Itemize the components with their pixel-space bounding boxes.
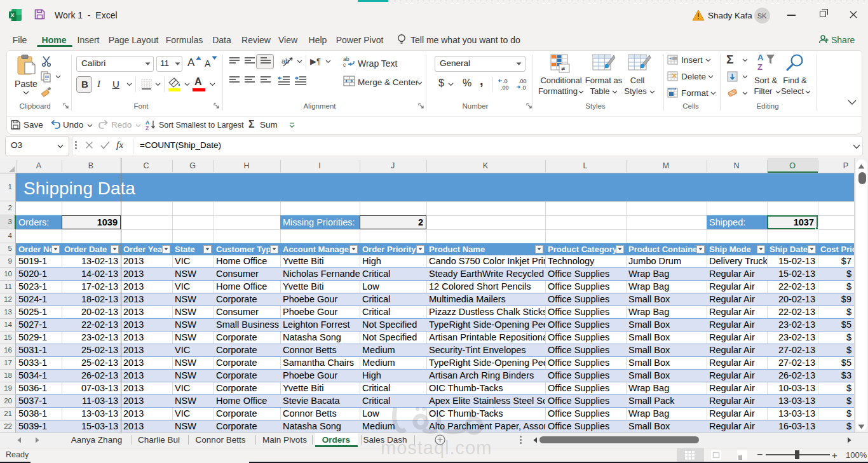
- svg-text:c: c: [343, 62, 346, 67]
- svg-text:≠: ≠: [561, 65, 565, 72]
- svg-text:.00: .00: [501, 84, 509, 90]
- svg-text:Z: Z: [757, 62, 763, 72]
- svg-text:ab: ab: [281, 57, 289, 65]
- svg-text:X: X: [10, 12, 14, 18]
- svg-text:Z: Z: [146, 125, 149, 131]
- svg-text:.00: .00: [519, 78, 527, 84]
- svg-text:.0: .0: [503, 78, 508, 84]
- svg-text:A: A: [757, 53, 764, 62]
- svg-text:.0: .0: [521, 84, 526, 90]
